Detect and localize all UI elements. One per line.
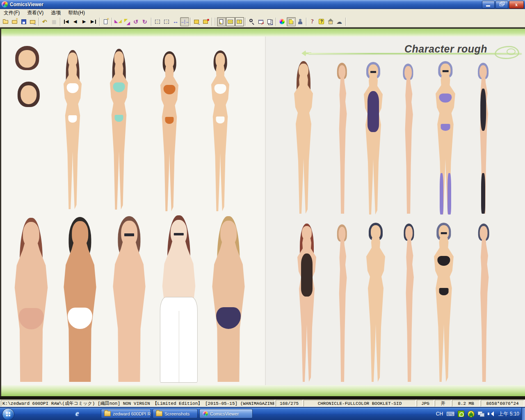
mascot-button[interactable] — [335, 17, 344, 26]
homepage-button[interactable] — [326, 17, 335, 26]
close-button[interactable]: x — [509, 1, 524, 9]
flip-vertical-button[interactable] — [123, 17, 132, 26]
last-page-button[interactable] — [89, 17, 98, 26]
extract-file-button[interactable] — [28, 17, 37, 26]
restore-button[interactable] — [495, 1, 508, 9]
menu-item-0[interactable]: 文件(F) — [0, 9, 23, 17]
undo-button[interactable] — [41, 17, 50, 26]
menu-item-2[interactable]: 选项 — [47, 9, 64, 17]
figure-head — [164, 54, 174, 68]
network-tray-icon[interactable] — [478, 411, 484, 417]
rotate-left-icon — [133, 18, 139, 25]
menu-item-3[interactable]: 帮助(H) — [64, 9, 89, 17]
trim-right-button[interactable] — [162, 17, 171, 26]
figure-head — [405, 226, 413, 240]
antivirus-tray-icon[interactable] — [468, 411, 475, 418]
figure-swimsuit-bottom — [114, 115, 123, 122]
center-pages-button[interactable] — [180, 17, 189, 26]
comic-page-canvas[interactable]: Character rough — [0, 27, 525, 399]
figure-jacket — [160, 297, 198, 383]
toolbar-separator — [245, 18, 246, 26]
fit-height-icon — [236, 18, 243, 25]
figure-stocking — [481, 173, 485, 214]
taskbar-button-comicsviewer[interactable]: ComicsViewer — [199, 409, 253, 418]
new-window-button[interactable] — [101, 17, 110, 26]
resize-window-button[interactable] — [256, 17, 265, 26]
language-indicator[interactable]: CH — [436, 411, 443, 417]
taskbar-button-screenshots[interactable]: Screenshots — [153, 409, 198, 418]
figure-bikini-orange — [150, 51, 189, 211]
menu-item-1[interactable]: 查看(V) — [23, 9, 47, 17]
toolbar-separator — [215, 18, 216, 26]
stretch-width-icon — [172, 18, 179, 25]
flip-horizontal-button[interactable] — [114, 17, 123, 26]
rotate-left-button[interactable] — [132, 17, 141, 26]
open-folder-icon — [11, 18, 18, 25]
fit-width-icon — [227, 18, 234, 25]
double-page-mode-button[interactable] — [287, 17, 296, 26]
show-desktop-button[interactable] — [521, 408, 525, 420]
figure-lingerie-black — [286, 224, 327, 382]
status-image-name: CHRONICLE-FULLCOLOR BOOKLET-SID — [304, 400, 416, 406]
figure-swimsuit-black — [422, 223, 465, 382]
first-page-button[interactable] — [62, 17, 71, 26]
system-tray: CH ⌨ 上午 5:10 — [436, 408, 519, 420]
figure-rough-side-3 — [327, 224, 357, 382]
nvidia-tray-icon[interactable] — [458, 411, 464, 417]
window-controls: x — [482, 1, 524, 9]
figure-rough-side-2 — [393, 64, 423, 214]
taskbar-clock[interactable]: 上午 5:10 — [498, 411, 519, 418]
save-button[interactable] — [19, 17, 28, 26]
page-split-line — [265, 37, 266, 385]
figure-bikini-white-1 — [53, 50, 92, 209]
next-page-button[interactable] — [80, 17, 89, 26]
open-folder-button[interactable] — [10, 17, 19, 26]
open-file-button[interactable] — [1, 17, 10, 26]
view-original-size-button[interactable] — [217, 17, 226, 26]
desktop: ComicsViewer x 文件(F)查看(V)选项帮助(H) Charact… — [0, 0, 525, 420]
page-decor-band-bottom — [1, 385, 525, 396]
folder-icon — [104, 411, 111, 416]
figure-swimsuit — [301, 253, 313, 296]
rotate-right-button[interactable] — [141, 17, 150, 26]
edit-bookmark-button[interactable] — [201, 17, 210, 26]
center-pages-icon — [181, 18, 188, 25]
status-image-dimensions: 8658*6076*24 — [481, 400, 524, 406]
figure-head — [404, 66, 412, 79]
taskbar-button-label: Screenshots — [164, 411, 189, 416]
figure-body — [393, 78, 423, 214]
figure-swimsuit-bottom — [165, 117, 173, 124]
save-icon — [21, 18, 27, 25]
status-image-format: JPG — [417, 400, 434, 406]
title-bar: ComicsViewer x — [0, 0, 525, 9]
auto-play-button[interactable] — [296, 17, 305, 26]
zoom-button[interactable] — [247, 17, 256, 26]
about-button[interactable] — [317, 17, 326, 26]
start-button[interactable] — [2, 408, 14, 420]
previous-page-button[interactable] — [71, 17, 80, 26]
internet-explorer-icon[interactable] — [75, 410, 83, 418]
taskbar-button-zedward-600dpi-r-[interactable]: zedward 600DPI R... — [101, 409, 151, 418]
help-button[interactable] — [308, 17, 317, 26]
goto-bookmark-button[interactable] — [192, 17, 201, 26]
figure-head — [215, 53, 225, 67]
fit-width-button[interactable] — [226, 17, 235, 26]
color-adjust-button[interactable] — [278, 17, 287, 26]
homepage-icon — [327, 18, 334, 25]
trim-left-button[interactable] — [153, 17, 162, 26]
page-header-title: Character rough — [404, 43, 487, 55]
keyboard-icon[interactable]: ⌨ — [446, 411, 454, 417]
rotate-right-icon — [142, 18, 148, 25]
status-view-mode: 并 — [435, 400, 451, 406]
figure-body — [105, 242, 154, 382]
trim-left-icon — [154, 18, 161, 25]
stretch-width-button[interactable] — [171, 17, 180, 26]
fit-height-button[interactable] — [235, 17, 244, 26]
toolbar-separator — [306, 18, 307, 26]
figure-swimsuit-bottom — [216, 116, 224, 124]
figure-rough-side-4 — [394, 224, 424, 382]
multi-page-view-button[interactable] — [265, 17, 274, 26]
app-logo-icon — [2, 1, 8, 7]
minimize-button[interactable] — [482, 1, 495, 9]
volume-tray-icon[interactable] — [488, 411, 493, 417]
